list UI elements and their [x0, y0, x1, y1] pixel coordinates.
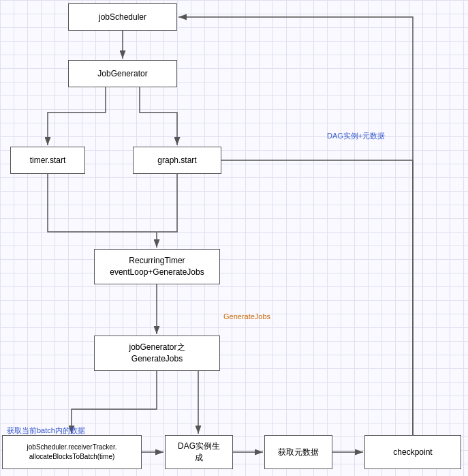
box-recurringTimer: RecurringTimer eventLoop+GenerateJobs [94, 249, 220, 284]
box-timerStart: timer.start [10, 147, 85, 174]
box-jobSchedulerReceiver: jobScheduler.receiverTracker. allocateBl… [2, 435, 142, 469]
box-jobScheduler: jobScheduler [68, 3, 177, 31]
diagram-canvas: jobScheduler JobGenerator timer.start gr… [0, 0, 468, 476]
box-getMeta: 获取元数据 [264, 435, 332, 469]
box-checkpoint: checkpoint [364, 435, 461, 469]
label-batch-data: 获取当前batch内的数据 [7, 426, 85, 436]
box-dagCreate: DAG实例生 成 [165, 435, 233, 469]
label-generate-jobs: GenerateJobs [223, 312, 270, 321]
box-jobGenerator: JobGenerator [68, 60, 177, 87]
box-jobGeneratorZ: jobGenerator之 GenerateJobs [94, 336, 220, 371]
label-dag-meta: DAG实例+元数据 [327, 131, 385, 141]
box-graphStart: graph.start [133, 147, 221, 174]
